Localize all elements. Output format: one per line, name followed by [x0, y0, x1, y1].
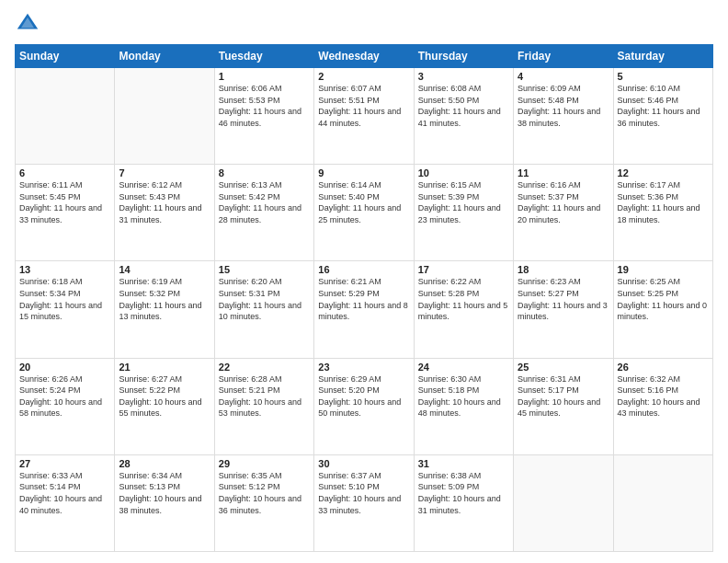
day-cell: 16 Sunrise: 6:21 AM Sunset: 5:29 PM Dayl…: [314, 261, 414, 358]
day-number: 23: [318, 362, 409, 373]
empty-cell: [16, 68, 115, 165]
day-cell: 21 Sunrise: 6:27 AM Sunset: 5:22 PM Dayl…: [115, 358, 214, 454]
day-info: Sunrise: 6:23 AM Sunset: 5:27 PM Dayligh…: [518, 276, 609, 322]
day-cell: 2 Sunrise: 6:07 AM Sunset: 5:51 PM Dayli…: [314, 68, 414, 165]
day-cell: 5 Sunrise: 6:10 AM Sunset: 5:46 PM Dayli…: [613, 68, 712, 165]
day-info: Sunrise: 6:25 AM Sunset: 5:25 PM Dayligh…: [618, 276, 709, 322]
day-cell: 25 Sunrise: 6:31 AM Sunset: 5:17 PM Dayl…: [514, 358, 613, 454]
day-cell: 4 Sunrise: 6:09 AM Sunset: 5:48 PM Dayli…: [514, 68, 613, 165]
weekday-header-row: Sunday Monday Tuesday Wednesday Thursday…: [16, 45, 713, 68]
day-info: Sunrise: 6:34 AM Sunset: 5:13 PM Dayligh…: [119, 470, 210, 516]
day-number: 2: [318, 71, 409, 82]
day-info: Sunrise: 6:20 AM Sunset: 5:31 PM Dayligh…: [219, 276, 310, 322]
day-info: Sunrise: 6:12 AM Sunset: 5:43 PM Dayligh…: [119, 179, 210, 225]
day-info: Sunrise: 6:06 AM Sunset: 5:53 PM Dayligh…: [219, 83, 310, 129]
day-cell: 23 Sunrise: 6:29 AM Sunset: 5:20 PM Dayl…: [314, 358, 414, 454]
day-info: Sunrise: 6:10 AM Sunset: 5:46 PM Dayligh…: [618, 83, 709, 129]
day-cell: 24 Sunrise: 6:30 AM Sunset: 5:18 PM Dayl…: [414, 358, 513, 454]
calendar-week-row: 1 Sunrise: 6:06 AM Sunset: 5:53 PM Dayli…: [16, 68, 713, 165]
day-number: 5: [618, 71, 709, 82]
day-cell: 8 Sunrise: 6:13 AM Sunset: 5:42 PM Dayli…: [214, 165, 313, 261]
day-cell: 13 Sunrise: 6:18 AM Sunset: 5:34 PM Dayl…: [16, 261, 115, 358]
day-info: Sunrise: 6:21 AM Sunset: 5:29 PM Dayligh…: [318, 276, 409, 322]
day-number: 8: [219, 167, 310, 178]
day-info: Sunrise: 6:28 AM Sunset: 5:21 PM Dayligh…: [219, 373, 310, 419]
header-thursday: Thursday: [414, 45, 513, 68]
day-cell: 3 Sunrise: 6:08 AM Sunset: 5:50 PM Dayli…: [414, 68, 513, 165]
header-friday: Friday: [514, 45, 613, 68]
page: Sunday Monday Tuesday Wednesday Thursday…: [0, 0, 728, 563]
day-info: Sunrise: 6:13 AM Sunset: 5:42 PM Dayligh…: [219, 179, 310, 225]
day-number: 14: [119, 264, 210, 275]
day-info: Sunrise: 6:26 AM Sunset: 5:24 PM Dayligh…: [19, 373, 110, 419]
day-number: 17: [418, 264, 509, 275]
day-number: 26: [618, 362, 709, 373]
day-cell: 31 Sunrise: 6:38 AM Sunset: 5:09 PM Dayl…: [414, 454, 513, 551]
day-number: 28: [119, 458, 210, 469]
day-info: Sunrise: 6:09 AM Sunset: 5:48 PM Dayligh…: [518, 83, 609, 129]
day-info: Sunrise: 6:35 AM Sunset: 5:12 PM Dayligh…: [219, 470, 310, 516]
empty-cell: [115, 68, 214, 165]
header-monday: Monday: [115, 45, 214, 68]
day-number: 7: [119, 167, 210, 178]
day-info: Sunrise: 6:14 AM Sunset: 5:40 PM Dayligh…: [318, 179, 409, 225]
day-info: Sunrise: 6:30 AM Sunset: 5:18 PM Dayligh…: [418, 373, 509, 419]
day-cell: 14 Sunrise: 6:19 AM Sunset: 5:32 PM Dayl…: [115, 261, 214, 358]
day-cell: 1 Sunrise: 6:06 AM Sunset: 5:53 PM Dayli…: [214, 68, 313, 165]
day-info: Sunrise: 6:07 AM Sunset: 5:51 PM Dayligh…: [318, 83, 409, 129]
day-number: 20: [19, 362, 110, 373]
day-info: Sunrise: 6:18 AM Sunset: 5:34 PM Dayligh…: [19, 276, 110, 322]
day-number: 31: [418, 458, 509, 469]
day-number: 24: [418, 362, 509, 373]
day-info: Sunrise: 6:11 AM Sunset: 5:45 PM Dayligh…: [19, 179, 110, 225]
header: [15, 11, 713, 37]
day-cell: 22 Sunrise: 6:28 AM Sunset: 5:21 PM Dayl…: [214, 358, 313, 454]
empty-cell: [613, 454, 712, 551]
calendar-table: Sunday Monday Tuesday Wednesday Thursday…: [15, 44, 713, 552]
day-cell: 19 Sunrise: 6:25 AM Sunset: 5:25 PM Dayl…: [613, 261, 712, 358]
logo: [15, 11, 44, 37]
day-info: Sunrise: 6:37 AM Sunset: 5:10 PM Dayligh…: [318, 470, 409, 516]
day-number: 19: [618, 264, 709, 275]
day-info: Sunrise: 6:16 AM Sunset: 5:37 PM Dayligh…: [518, 179, 609, 225]
header-wednesday: Wednesday: [314, 45, 414, 68]
header-saturday: Saturday: [613, 45, 712, 68]
day-number: 10: [418, 167, 509, 178]
day-info: Sunrise: 6:38 AM Sunset: 5:09 PM Dayligh…: [418, 470, 509, 516]
day-cell: 6 Sunrise: 6:11 AM Sunset: 5:45 PM Dayli…: [16, 165, 115, 261]
day-cell: 7 Sunrise: 6:12 AM Sunset: 5:43 PM Dayli…: [115, 165, 214, 261]
day-number: 18: [518, 264, 609, 275]
day-cell: 17 Sunrise: 6:22 AM Sunset: 5:28 PM Dayl…: [414, 261, 513, 358]
day-cell: 28 Sunrise: 6:34 AM Sunset: 5:13 PM Dayl…: [115, 454, 214, 551]
header-tuesday: Tuesday: [214, 45, 313, 68]
day-info: Sunrise: 6:32 AM Sunset: 5:16 PM Dayligh…: [618, 373, 709, 419]
day-info: Sunrise: 6:19 AM Sunset: 5:32 PM Dayligh…: [119, 276, 210, 322]
calendar-week-row: 13 Sunrise: 6:18 AM Sunset: 5:34 PM Dayl…: [16, 261, 713, 358]
day-number: 6: [19, 167, 110, 178]
day-number: 13: [19, 264, 110, 275]
day-number: 29: [219, 458, 310, 469]
day-number: 9: [318, 167, 409, 178]
day-info: Sunrise: 6:33 AM Sunset: 5:14 PM Dayligh…: [19, 470, 110, 516]
day-number: 12: [618, 167, 709, 178]
day-info: Sunrise: 6:31 AM Sunset: 5:17 PM Dayligh…: [518, 373, 609, 419]
day-cell: 27 Sunrise: 6:33 AM Sunset: 5:14 PM Dayl…: [16, 454, 115, 551]
day-cell: 9 Sunrise: 6:14 AM Sunset: 5:40 PM Dayli…: [314, 165, 414, 261]
day-cell: 26 Sunrise: 6:32 AM Sunset: 5:16 PM Dayl…: [613, 358, 712, 454]
day-cell: 11 Sunrise: 6:16 AM Sunset: 5:37 PM Dayl…: [514, 165, 613, 261]
day-number: 25: [518, 362, 609, 373]
calendar-week-row: 27 Sunrise: 6:33 AM Sunset: 5:14 PM Dayl…: [16, 454, 713, 551]
day-cell: 15 Sunrise: 6:20 AM Sunset: 5:31 PM Dayl…: [214, 261, 313, 358]
day-number: 4: [518, 71, 609, 82]
calendar-week-row: 20 Sunrise: 6:26 AM Sunset: 5:24 PM Dayl…: [16, 358, 713, 454]
day-cell: 29 Sunrise: 6:35 AM Sunset: 5:12 PM Dayl…: [214, 454, 313, 551]
day-info: Sunrise: 6:29 AM Sunset: 5:20 PM Dayligh…: [318, 373, 409, 419]
day-number: 22: [219, 362, 310, 373]
empty-cell: [514, 454, 613, 551]
logo-icon: [15, 11, 40, 37]
calendar-week-row: 6 Sunrise: 6:11 AM Sunset: 5:45 PM Dayli…: [16, 165, 713, 261]
header-sunday: Sunday: [16, 45, 115, 68]
day-cell: 12 Sunrise: 6:17 AM Sunset: 5:36 PM Dayl…: [613, 165, 712, 261]
day-number: 1: [219, 71, 310, 82]
day-number: 3: [418, 71, 509, 82]
